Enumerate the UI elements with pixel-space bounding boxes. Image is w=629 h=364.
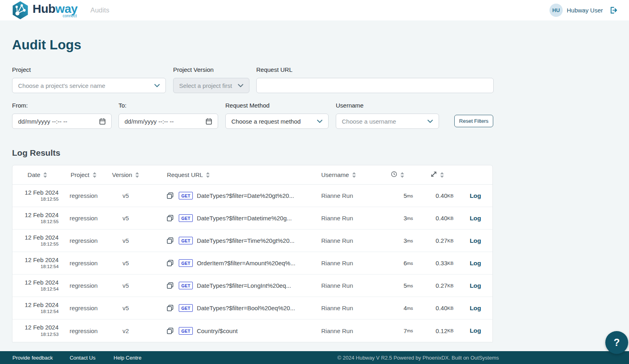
cell-version: v5	[105, 282, 147, 289]
sort-icon[interactable]	[400, 172, 404, 178]
duration-unit: ms	[407, 238, 413, 243]
hubway-logo[interactable]: Hubway connect	[11, 1, 78, 20]
request-method-select[interactable]: Choose a request method	[225, 114, 329, 129]
time-text: 18:12:55	[41, 196, 59, 202]
request-url-text: DateTypes?$filter=LongInt%20eq...	[197, 282, 291, 289]
column-header-date[interactable]: Date	[12, 171, 63, 178]
column-header-project[interactable]: Project	[63, 171, 105, 178]
date-text: 12 Feb 2024	[25, 189, 59, 197]
cell-version: v5	[105, 215, 147, 222]
log-link[interactable]: Log	[470, 237, 481, 244]
footer-link-help[interactable]: Help Centre	[114, 355, 141, 361]
project-version-select[interactable]: Select a project first	[173, 78, 249, 93]
request-url-text: OrderItem?$filter=Amount%20eq%...	[197, 260, 296, 266]
cell-request-url: GET DateTypes?$filter=Bool%20eq%20...	[147, 304, 313, 312]
request-url-text: Country/$count	[197, 327, 238, 334]
help-button[interactable]: ?	[605, 331, 628, 354]
cell-username: Rianne Run	[313, 260, 380, 266]
from-label: From:	[12, 102, 112, 109]
cell-size: 0.40KB	[416, 192, 458, 199]
column-header-username[interactable]: Username	[313, 171, 380, 178]
cell-duration: 4ms	[379, 305, 416, 311]
cell-duration: 5ms	[379, 282, 416, 289]
footer-link-feedback[interactable]: Provide feedback	[12, 355, 53, 361]
column-header-version[interactable]: Version	[105, 171, 147, 178]
duration-value: 3	[404, 215, 407, 222]
project-select[interactable]: Choose a project's service name	[12, 78, 166, 93]
footer-link-contact[interactable]: Contact Us	[69, 355, 95, 361]
date-text: 12 Feb 2024	[25, 256, 59, 264]
main-content: Audit Logs Project Choose a project's se…	[0, 37, 505, 342]
copy-icon[interactable]	[167, 192, 174, 199]
copy-icon[interactable]	[167, 260, 174, 266]
sort-icon[interactable]	[352, 172, 356, 178]
log-link[interactable]: Log	[470, 192, 481, 199]
cell-duration: 5ms	[379, 192, 416, 199]
cell-duration: 6ms	[379, 260, 416, 266]
duration-value: 6	[404, 260, 407, 266]
request-url-input[interactable]	[256, 78, 494, 93]
from-datetime-input[interactable]: dd/mm/yyyy --:-- --	[12, 114, 112, 129]
copy-icon[interactable]	[167, 215, 174, 222]
sort-icon[interactable]	[43, 172, 47, 178]
size-value: 0.12	[436, 327, 447, 334]
username-select[interactable]: Choose a username	[336, 114, 439, 129]
size-unit: KB	[447, 306, 453, 311]
copy-icon[interactable]	[167, 327, 174, 334]
size-unit: KB	[447, 328, 453, 333]
cell-size: 0.40KB	[416, 215, 458, 222]
size-value: 0.40	[436, 215, 447, 222]
cell-version: v2	[105, 327, 147, 334]
sort-icon[interactable]	[92, 172, 97, 178]
size-unit: KB	[447, 283, 453, 288]
copy-icon[interactable]	[167, 282, 174, 289]
size-value: 0.33	[436, 260, 447, 266]
cell-action: Log	[458, 215, 492, 222]
time-text: 18:12:54	[41, 309, 59, 315]
log-link[interactable]: Log	[470, 305, 481, 312]
log-link[interactable]: Log	[470, 260, 481, 267]
user-avatar[interactable]: HU	[549, 4, 563, 17]
log-results-table: Date Project Version Request URL	[12, 165, 493, 342]
to-datetime-input[interactable]: dd/mm/yyyy --:-- --	[118, 114, 218, 129]
method-badge: GET	[179, 214, 193, 222]
expand-arrows-icon	[431, 171, 437, 179]
cell-username: Rianne Run	[313, 237, 380, 244]
chevron-down-icon	[317, 120, 323, 123]
nav-audits[interactable]: Audits	[90, 6, 109, 14]
cell-request-url: GET DateTypes?$filter=LongInt%20eq...	[147, 282, 313, 289]
date-text: 12 Feb 2024	[25, 279, 59, 287]
column-header-size[interactable]	[416, 171, 458, 179]
cell-username: Rianne Run	[313, 282, 380, 289]
sort-icon[interactable]	[440, 172, 444, 178]
copy-icon[interactable]	[167, 237, 174, 244]
calendar-icon[interactable]	[99, 118, 106, 125]
cell-version: v5	[105, 237, 147, 244]
column-header-request-url[interactable]: Request URL	[147, 171, 313, 178]
time-text: 18:12:55	[41, 219, 59, 225]
duration-value: 4	[404, 305, 407, 311]
cell-action: Log	[458, 282, 492, 289]
log-link[interactable]: Log	[470, 215, 481, 222]
project-version-placeholder: Select a project first	[179, 82, 232, 89]
cell-version: v5	[105, 305, 147, 311]
copy-icon[interactable]	[167, 305, 174, 311]
method-badge: GET	[179, 304, 193, 312]
date-text: 12 Feb 2024	[25, 211, 59, 219]
size-unit: KB	[447, 216, 453, 221]
table-row: 12 Feb 2024 18:12:55 regression v5 GET D…	[12, 207, 492, 230]
logout-icon[interactable]	[609, 6, 618, 14]
sort-icon[interactable]	[206, 172, 210, 178]
duration-unit: ms	[407, 283, 413, 288]
log-link[interactable]: Log	[470, 327, 481, 334]
size-value: 0.40	[436, 192, 447, 199]
sort-icon[interactable]	[135, 172, 139, 178]
log-link[interactable]: Log	[470, 282, 481, 289]
cell-date: 12 Feb 2024 18:12:55	[12, 189, 63, 203]
column-header-duration[interactable]	[380, 171, 417, 179]
size-unit: KB	[447, 261, 453, 266]
cell-version: v5	[105, 260, 147, 266]
calendar-icon[interactable]	[206, 118, 212, 125]
reset-filters-button[interactable]: Reset Filters	[454, 115, 493, 127]
size-unit: KB	[447, 193, 453, 198]
